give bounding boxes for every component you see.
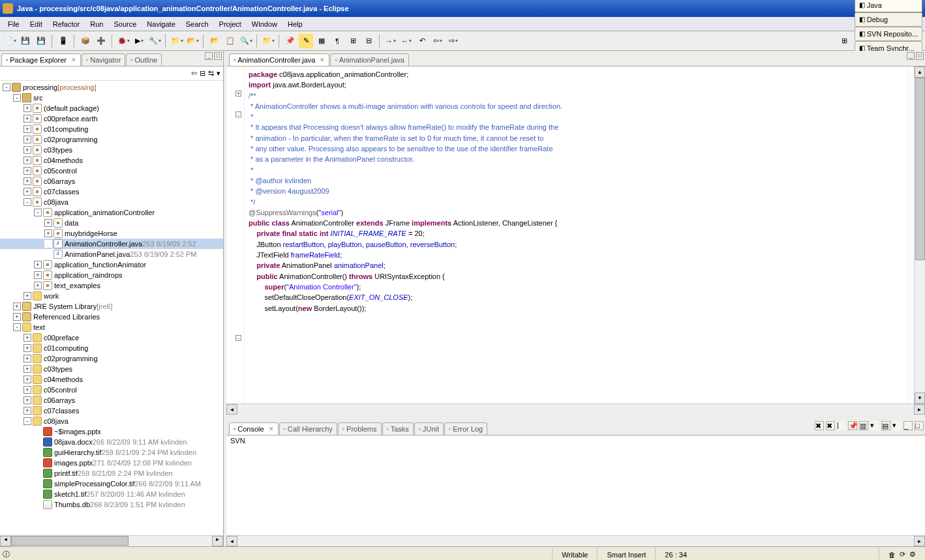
tree-hscrollbar[interactable]: ◄ ► xyxy=(0,535,223,546)
fold-icon[interactable]: + xyxy=(235,91,241,96)
expand-icon[interactable]: + xyxy=(23,407,31,415)
device-button[interactable]: 📱 xyxy=(56,34,70,48)
bottom-tab-tasks[interactable]: ▫Tasks xyxy=(382,422,414,435)
editor-hscrollbar[interactable]: ◄► xyxy=(226,404,925,415)
console-output[interactable]: SVN xyxy=(226,435,925,535)
tree-item[interactable]: -src xyxy=(0,93,223,103)
expand-icon[interactable]: + xyxy=(44,219,52,227)
back-button[interactable]: ⇦▾ xyxy=(431,34,445,48)
tree-item[interactable]: +application_raindrops xyxy=(0,270,223,280)
expand-icon[interactable]: + xyxy=(23,156,31,164)
expand-icon[interactable]: + xyxy=(34,282,42,289)
editor-tab-animationcontrollerjava[interactable]: ▫AnimationController.java✕ xyxy=(229,53,329,66)
menu-navigate[interactable]: Navigate xyxy=(142,19,180,29)
expand-icon[interactable]: + xyxy=(23,355,31,362)
show-ws-button[interactable]: ¶ xyxy=(330,34,344,48)
bottom-min-button[interactable]: _ xyxy=(903,421,913,430)
left-tab-packageexplorer[interactable]: ▫Package Explorer✕ xyxy=(1,53,81,66)
menu-file[interactable]: File xyxy=(3,19,25,29)
mark-button[interactable]: ✎ xyxy=(299,34,313,48)
expand-icon[interactable]: + xyxy=(23,104,31,112)
tree-item[interactable]: +c05control xyxy=(0,166,223,176)
expand-icon[interactable]: - xyxy=(13,323,21,331)
bottom-tab-callhierarchy[interactable]: ▫Call Hierarchy xyxy=(279,422,337,435)
tree-item[interactable]: +c00preface xyxy=(0,332,223,343)
tree-item[interactable]: -c08java xyxy=(0,197,223,207)
perspective-debug[interactable]: ◧Debug xyxy=(855,12,922,27)
tree-item[interactable]: simpleProcessingColor.tif 266 8/22/09 9:… xyxy=(0,479,223,489)
tree-item[interactable]: sketch1.tif 257 8/20/09 11:46 AM kvlinde… xyxy=(0,489,223,499)
tree-item[interactable]: printf.tif 259 8/21/09 2:24 PM kvlinden xyxy=(0,468,223,479)
close-tab-icon[interactable]: ✕ xyxy=(269,426,274,432)
tree-item[interactable]: images.pptx 271 8/24/09 12:08 PM kvlinde… xyxy=(0,458,223,468)
expand-icon[interactable]: + xyxy=(34,261,42,269)
tree-item[interactable]: +c04methods xyxy=(0,374,223,385)
bottom-tab-junit[interactable]: ▫JUnit xyxy=(414,422,444,435)
tree-item[interactable]: 08java.docx 266 8/22/09 9:11 AM kvlinden xyxy=(0,437,223,447)
maximize-view-button[interactable]: □ xyxy=(214,52,222,60)
next-button[interactable]: →▾ xyxy=(384,34,398,48)
menu-project[interactable]: Project xyxy=(214,19,247,29)
expand-icon[interactable]: - xyxy=(23,198,31,206)
tree-item[interactable]: guiHierarchy.tif 259 8/21/09 2:24 PM kvl… xyxy=(0,447,223,458)
save-button[interactable]: 💾 xyxy=(18,34,33,48)
left-tab-navigator[interactable]: ▫Navigator xyxy=(82,53,125,66)
overview-ruler[interactable] xyxy=(907,66,914,404)
editor-vscrollbar[interactable]: ▲ ▼ xyxy=(914,66,925,404)
new-folder-button[interactable]: 📂▾ xyxy=(185,34,200,48)
expand-icon[interactable]: - xyxy=(23,417,31,425)
tree-item[interactable]: +c02programming xyxy=(0,134,223,145)
tree-item[interactable]: +c03types xyxy=(0,364,223,374)
forward-button[interactable]: ⇨▾ xyxy=(446,34,461,48)
expand-icon[interactable]: - xyxy=(3,83,10,91)
fold-icon[interactable]: - xyxy=(235,111,241,117)
left-tab-outline[interactable]: ▫Outline xyxy=(126,53,162,66)
expand-icon[interactable]: + xyxy=(23,344,31,352)
tree-item[interactable]: +c05control xyxy=(0,385,223,395)
bottom-tab-errorlog[interactable]: ▫Error Log xyxy=(444,422,487,435)
menu-help[interactable]: Help xyxy=(282,19,308,29)
tree-item[interactable]: +c02programming xyxy=(0,353,223,364)
heap-icon[interactable]: 🗑 xyxy=(888,551,896,559)
menu-run[interactable]: Run xyxy=(85,19,108,29)
last-edit-button[interactable]: ↶ xyxy=(415,34,429,48)
tree-item[interactable]: +data xyxy=(0,218,223,228)
package-explorer-tree[interactable]: -processing [processing]-src+(default pa… xyxy=(0,81,223,535)
menu-edit[interactable]: Edit xyxy=(25,19,48,29)
expand-icon[interactable]: + xyxy=(23,177,31,185)
tree-item[interactable]: Thumbs.db 268 8/23/09 1:51 PM kvlinden xyxy=(0,499,223,510)
back-icon[interactable]: ⇦ xyxy=(191,69,197,78)
expand-icon[interactable]: + xyxy=(23,136,31,143)
bottom-tab-console[interactable]: ▫Console✕ xyxy=(229,422,279,435)
expand-icon[interactable]: + xyxy=(13,313,21,321)
tree-item[interactable]: +c07classes xyxy=(0,405,223,416)
remove-launch-icon[interactable]: ✖ xyxy=(815,421,824,430)
editor-tab-animationpaneljava[interactable]: ▫AnimationPanel.java xyxy=(330,53,409,66)
tree-item[interactable]: -processing [processing] xyxy=(0,82,223,93)
tree-item[interactable]: +c03types xyxy=(0,145,223,155)
updates-icon[interactable]: ⟳ xyxy=(900,550,905,559)
debug-button[interactable]: 🐞▾ xyxy=(116,34,130,48)
open-perspective-button[interactable]: ⊞ xyxy=(838,34,852,48)
expand-icon[interactable]: + xyxy=(23,188,31,196)
expand-icon[interactable]: + xyxy=(23,386,31,394)
new-class-button[interactable]: ➕ xyxy=(94,34,108,48)
close-tab-icon[interactable]: ✕ xyxy=(320,57,325,63)
new-package-button[interactable]: 📦 xyxy=(78,34,93,48)
block-button[interactable]: ▦ xyxy=(314,34,329,48)
run-last-button[interactable]: 🔧▾ xyxy=(147,34,162,48)
tree-item[interactable]: +c06arrays xyxy=(0,176,223,186)
tree-item[interactable]: -c08java xyxy=(0,416,223,426)
tree-item[interactable]: +c00preface.earth xyxy=(0,113,223,124)
remove-all-icon[interactable]: ✖ xyxy=(826,421,835,430)
tree-item[interactable]: +(default package) xyxy=(0,103,223,113)
new-button[interactable]: 📄▾ xyxy=(3,34,17,48)
menu-source[interactable]: Source xyxy=(108,19,142,29)
bottom-tab-problems[interactable]: ▫Problems xyxy=(338,422,382,435)
expand-icon[interactable]: + xyxy=(13,302,21,310)
tree-item[interactable]: AnimationController.java 253 8/19/09 2:5… xyxy=(0,239,223,249)
tree-item[interactable]: +work xyxy=(0,291,223,301)
menu-window[interactable]: Window xyxy=(247,19,282,29)
folder-button[interactable]: 📁▾ xyxy=(261,34,275,48)
close-tab-icon[interactable]: ✕ xyxy=(71,57,76,63)
